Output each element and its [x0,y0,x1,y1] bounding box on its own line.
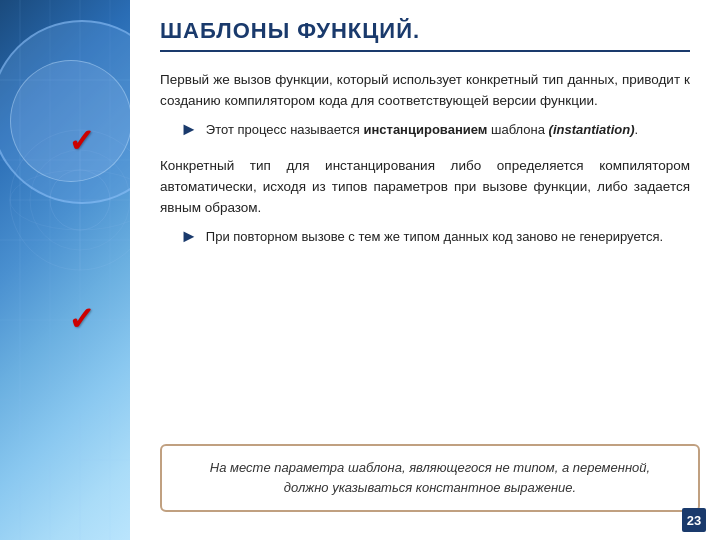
bullet1-middle: шаблона [487,122,548,137]
paragraph-1: Первый же вызов функции, который использ… [160,70,690,112]
slide-title: ШАБЛОНЫ ФУНКЦИЙ. [160,18,690,44]
bullet-text-2: При повторном вызове с тем же типом данн… [206,227,690,247]
bullet-item-2: ► При повторном вызове с тем же типом да… [160,227,690,247]
slide-container: ✓ ✓ ШАБЛОНЫ ФУНКЦИЙ. Первый же вызов фун… [0,0,720,540]
bullet-arrow-1: ► [180,119,198,140]
content-body: Первый же вызов функции, который использ… [130,60,720,263]
bottom-box-text: На месте параметра шаблона, являющегося … [182,458,678,498]
paragraph-2: Конкретный тип для инстанцирования либо … [160,156,690,219]
page-number: 23 [682,508,706,532]
bottom-line1: На месте параметра шаблона, являющегося … [210,460,650,475]
bullet1-prefix: Этот процесс называется [206,122,364,137]
bottom-info-box: На месте параметра шаблона, являющегося … [160,444,700,512]
bullet-item-1: ► Этот процесс называется инстанцировани… [160,120,690,140]
bullet1-end: . [634,122,638,137]
checkmark-2: ✓ [68,300,95,338]
title-section: ШАБЛОНЫ ФУНКЦИЙ. [130,0,720,60]
title-underline [160,50,690,52]
bullet-arrow-2: ► [180,226,198,247]
bottom-line2: должно указываться константное выражение… [284,480,576,495]
checkmark-1: ✓ [68,122,95,160]
bullet-text-1: Этот процесс называется инстанцированием… [206,120,690,140]
bullet1-italic: (instantiation) [549,122,635,137]
bullet1-bold: инстанцированием [363,122,487,137]
